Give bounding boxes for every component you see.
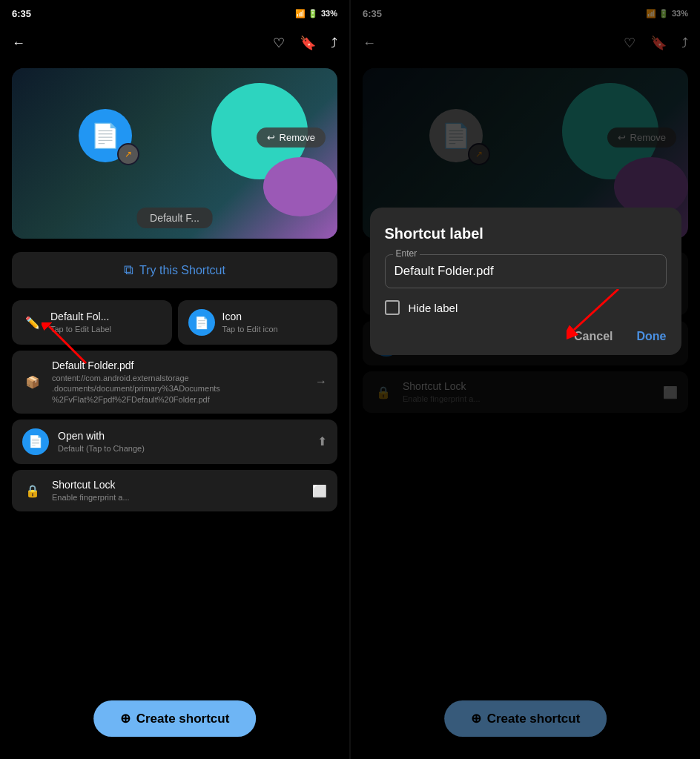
edit-icon-item-left[interactable]: 📄 Icon Tap to Edit icon — [178, 300, 338, 345]
create-shortcut-icon-left: ⊕ — [120, 711, 131, 726]
bookmark-button-left[interactable]: 🔖 — [300, 35, 316, 51]
shortcut-label-dialog: Shortcut label Enter Hide label Canc — [370, 208, 681, 355]
open-arrow-left: ⬆ — [317, 434, 327, 448]
purple-blob-left — [263, 157, 337, 216]
edit-row-left: ✏️ Default Fol... Tap to Edit Label 📄 — [12, 300, 337, 345]
back-button-left[interactable]: ← — [12, 36, 25, 51]
shortcut-label-input[interactable] — [394, 258, 657, 282]
edit-label-title-left: Default Fol... — [50, 311, 162, 322]
icon-subtitle-left: Tap to Edit icon — [222, 324, 328, 334]
left-panel: 6:35 📶 🔋 33% ← ♡ 🔖 ⤴ 📄 ↗ ↩ Rem — [0, 0, 349, 759]
file-icon-left: 📦 — [22, 371, 43, 392]
open-title-left: Open with — [58, 430, 308, 442]
remove-button-left[interactable]: ↩ Remove — [257, 127, 326, 148]
lock-title-left: Shortcut Lock — [52, 479, 303, 491]
icon-blue-left: 📄 — [188, 309, 215, 336]
heart-button-left[interactable]: ♡ — [273, 35, 285, 51]
hide-label-checkbox[interactable] — [385, 300, 400, 315]
lock-subtitle-left: Enable fingerprint a... — [52, 492, 303, 503]
time-left: 6:35 — [12, 8, 31, 19]
create-shortcut-label-left: Create shortcut — [136, 712, 230, 726]
red-arrow-2 — [567, 289, 626, 341]
share-button-left[interactable]: ⤴ — [331, 36, 337, 51]
lock-icon-left: 🔒 — [22, 480, 43, 501]
right-panel: 6:35 📶 🔋 33% ← ♡ 🔖 ⤴ 📄 ↗ ↩ Rem — [351, 0, 700, 759]
shortcut-icon-left: 📄 ↗ — [79, 109, 132, 162]
red-arrow-1 — [42, 322, 93, 367]
file-subtitle-left: content://com.android.externalstorage.do… — [52, 373, 306, 405]
try-shortcut-label-left: Try this Shortcut — [139, 264, 225, 277]
try-shortcut-button-left[interactable]: ⧉ Try this Shortcut — [12, 252, 337, 288]
hide-label-text: Hide label — [409, 302, 458, 314]
try-shortcut-icon-left: ⧉ — [124, 262, 133, 278]
open-subtitle-left: Default (Tap to Change) — [58, 443, 308, 454]
top-bar-left: ← ♡ 🔖 ⤴ — [0, 24, 349, 62]
svg-line-1 — [49, 326, 86, 363]
open-icon-left: 📄 — [22, 428, 49, 455]
dialog-overlay: Shortcut label Enter Hide label Canc — [351, 0, 700, 759]
section-list-left: ✏️ Default Fol... Tap to Edit Label 📄 — [12, 300, 337, 511]
edit-icon-left: ✏️ — [22, 312, 43, 333]
edit-label-item-left[interactable]: ✏️ Default Fol... Tap to Edit Label — [12, 300, 172, 345]
input-label: Enter — [393, 248, 420, 259]
preview-card-left: 📄 ↗ ↩ Remove Default F... — [12, 68, 337, 239]
battery-left: 33% — [321, 9, 337, 18]
shortcut-lock-left[interactable]: 🔒 Shortcut Lock Enable fingerprint a... … — [12, 470, 337, 511]
status-bar-left: 6:35 📶 🔋 33% — [0, 0, 349, 24]
open-with-left[interactable]: 📄 Open with Default (Tap to Change) ⬆ — [12, 420, 337, 464]
create-shortcut-button-left[interactable]: ⊕ Create shortcut — [93, 700, 257, 737]
dialog-title: Shortcut label — [385, 225, 667, 242]
dialog-done-button[interactable]: Done — [637, 330, 667, 343]
lock-arrow-left: ⬜ — [312, 484, 327, 498]
dialog-input-container: Enter — [385, 254, 667, 288]
svg-line-3 — [574, 289, 618, 330]
signal-icons-left: 📶 🔋 — [295, 9, 318, 19]
label-tag-left: Default F... — [136, 208, 213, 228]
file-arrow-left: → — [315, 375, 327, 388]
icon-title-left: Icon — [222, 311, 328, 322]
